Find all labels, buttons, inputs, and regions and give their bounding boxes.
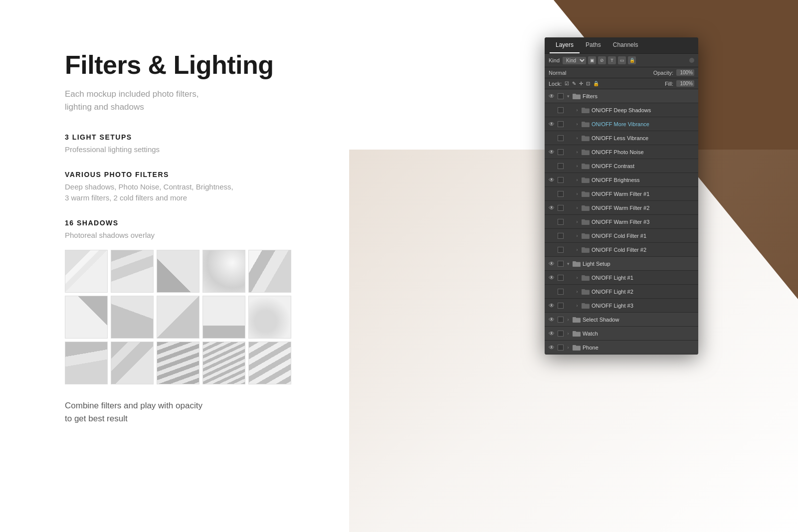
arrow-deep-shadows[interactable]: › (575, 108, 580, 113)
arrow-warm3[interactable]: › (575, 219, 580, 224)
layer-row-cold2[interactable]: › ON/OFF Cold Filter #2 (545, 243, 698, 257)
visibility-icon-warm2[interactable]: 👁 (548, 204, 556, 212)
arrow-more-vibrance[interactable]: › (575, 122, 580, 127)
section-photo-filters: VARIOUS PHOTO FILTERS Deep shadows, Phot… (65, 171, 404, 204)
arrow-photo-noise[interactable]: › (575, 150, 580, 155)
checkbox-light1 (558, 275, 564, 281)
tab-layers[interactable]: Layers (550, 37, 580, 53)
arrow-select-shadow[interactable]: › (566, 317, 571, 322)
arrow-cold2[interactable]: › (575, 247, 580, 252)
visibility-icon-photo-noise[interactable]: 👁 (548, 148, 556, 156)
layer-row-warm3[interactable]: › ON/OFF Warm Filter #3 (545, 215, 698, 229)
layer-row-phone[interactable]: 👁 › Phone (545, 341, 698, 355)
visibility-icon-warm3[interactable] (548, 218, 556, 226)
arrow-light-setup[interactable]: ▾ (566, 261, 571, 266)
visibility-icon-cold1[interactable] (548, 232, 556, 240)
visibility-icon-brightness[interactable]: 👁 (548, 176, 556, 184)
arrow-light1[interactable]: › (575, 275, 580, 280)
layer-row-contrast[interactable]: › ON/OFF Contrast (545, 159, 698, 173)
kind-select[interactable]: Kind (563, 57, 586, 64)
section-desc-filters: Deep shadows, Photo Noise, Contrast, Bri… (65, 181, 404, 204)
shadow-thumb-12 (111, 342, 154, 384)
layer-name-less-vibrance: ON/OFF Less Vibrance (592, 135, 695, 141)
arrow-contrast[interactable]: › (575, 164, 580, 169)
tab-paths[interactable]: Paths (580, 37, 607, 53)
layer-name-light1: ON/OFF Light #1 (592, 275, 695, 281)
shadow-thumb-6 (65, 296, 108, 339)
folder-icon-cold1 (582, 233, 590, 239)
layer-name-deep-shadows: ON/OFF Deep Shadows (592, 107, 695, 113)
visibility-icon-filters[interactable]: 👁 (548, 92, 556, 100)
layer-row-cold1[interactable]: › ON/OFF Cold Filter #1 (545, 229, 698, 243)
visibility-icon-more-vibrance[interactable]: 👁 (548, 120, 556, 128)
folder-icon-contrast (582, 163, 590, 169)
checkbox-warm3 (558, 219, 564, 225)
layer-name-filters: Filters (583, 93, 695, 99)
layer-row-photo-noise[interactable]: 👁 › ON/OFF Photo Noise (545, 145, 698, 159)
layer-row-light2[interactable]: › ON/OFF Light #2 (545, 285, 698, 299)
layer-row-deep-shadows[interactable]: › ON/OFF Deep Shadows (545, 103, 698, 117)
section-desc-light: Professional lighting settings (65, 144, 404, 156)
checkbox-warm2 (558, 205, 564, 211)
checkbox-brightness (558, 177, 564, 183)
visibility-icon-watch[interactable]: 👁 (548, 330, 556, 338)
visibility-icon-warm1[interactable] (548, 190, 556, 198)
visibility-icon-deep-shadows[interactable] (548, 106, 556, 114)
arrow-light3[interactable]: › (575, 303, 580, 308)
layer-name-light-setup: Light Setup (583, 261, 695, 267)
layer-name-brightness: ON/OFF Brightness (592, 177, 695, 183)
folder-icon-filters (573, 93, 581, 99)
visibility-icon-cold2[interactable] (548, 246, 556, 254)
layer-row-warm2[interactable]: 👁 › ON/OFF Warm Filter #2 (545, 201, 698, 215)
visibility-icon-phone[interactable]: 👁 (548, 344, 556, 352)
layer-row-light-setup[interactable]: 👁 ▾ Light Setup (545, 257, 698, 271)
tab-channels[interactable]: Channels (607, 37, 644, 53)
opacity-input[interactable] (676, 69, 694, 76)
checkbox-cold1 (558, 233, 564, 239)
shadow-grid (65, 250, 404, 384)
shadow-thumb-8 (157, 296, 200, 339)
layer-row-brightness[interactable]: 👁 › ON/OFF Brightness (545, 173, 698, 187)
layer-row-select-shadow[interactable]: 👁 › Select Shadow (545, 313, 698, 327)
folder-icon-deep-shadows (582, 107, 590, 113)
folder-icon-light-setup (573, 261, 581, 267)
smart-icon: 🔒 (628, 56, 636, 64)
arrow-light2[interactable]: › (575, 289, 580, 294)
arrow-phone[interactable]: › (566, 345, 571, 350)
arrow-brightness[interactable]: › (575, 177, 580, 182)
arrow-cold1[interactable]: › (575, 233, 580, 238)
folder-icon-less-vibrance (582, 135, 590, 141)
fill-input[interactable] (676, 80, 694, 87)
arrow-warm2[interactable]: › (575, 205, 580, 210)
arrow-watch[interactable]: › (566, 331, 571, 336)
photoshop-panel: Layers Paths Channels Kind Kind ▣ ⊘ T ▭ … (545, 37, 698, 355)
visibility-icon-select-shadow[interactable]: 👁 (548, 316, 556, 324)
visibility-icon-contrast[interactable] (548, 162, 556, 170)
shadow-thumb-7 (111, 296, 154, 339)
layer-row-less-vibrance[interactable]: › ON/OFF Less Vibrance (545, 131, 698, 145)
visibility-icon-light-setup[interactable]: 👁 (548, 260, 556, 268)
visibility-icon-light3[interactable]: 👁 (548, 302, 556, 310)
layer-row-light3[interactable]: 👁 › ON/OFF Light #3 (545, 299, 698, 313)
arrow-warm1[interactable]: › (575, 191, 580, 196)
arrow-less-vibrance[interactable]: › (575, 136, 580, 141)
visibility-icon-light2[interactable] (548, 288, 556, 296)
folder-icon-phone (573, 345, 581, 351)
layer-name-cold2: ON/OFF Cold Filter #2 (592, 247, 695, 253)
section-heading-filters: VARIOUS PHOTO FILTERS (65, 171, 404, 178)
arrow-filters[interactable]: ▾ (566, 94, 571, 99)
folder-icon-warm3 (582, 219, 590, 225)
lock-label: Lock: (549, 81, 562, 87)
layer-row-watch[interactable]: 👁 › Watch (545, 327, 698, 341)
shadow-thumb-2 (111, 250, 154, 293)
layer-row-light1[interactable]: 👁 › ON/OFF Light #1 (545, 271, 698, 285)
shadow-thumb-3 (157, 250, 200, 293)
layer-name-warm1: ON/OFF Warm Filter #1 (592, 191, 695, 197)
lock-padlock-icon: 🔒 (593, 81, 599, 86)
visibility-icon-less-vibrance[interactable] (548, 134, 556, 142)
layer-row-filters[interactable]: 👁 ▾ Filters (545, 89, 698, 103)
section-light-setups: 3 LIGHT SETUPS Professional lighting set… (65, 133, 404, 156)
layer-row-more-vibrance[interactable]: 👁 › ON/OFF More Vibrance (545, 117, 698, 131)
layer-row-warm1[interactable]: › ON/OFF Warm Filter #1 (545, 187, 698, 201)
visibility-icon-light1[interactable]: 👁 (548, 274, 556, 282)
